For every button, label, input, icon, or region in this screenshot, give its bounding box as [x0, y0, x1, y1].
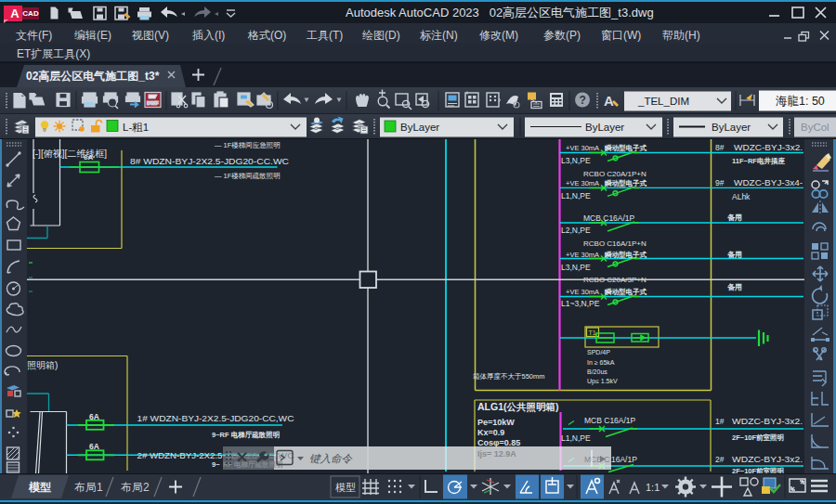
svg-text:9~: 9~	[212, 460, 220, 469]
svg-text:布局2: 布局2	[121, 481, 150, 494]
svg-text:模型: 模型	[335, 482, 356, 493]
svg-text:1:1: 1:1	[646, 482, 660, 493]
svg-text:模型: 模型	[28, 481, 51, 494]
svg-text:16A/1P: 16A/1P	[611, 455, 637, 464]
svg-text:布局1: 布局1	[74, 481, 103, 494]
